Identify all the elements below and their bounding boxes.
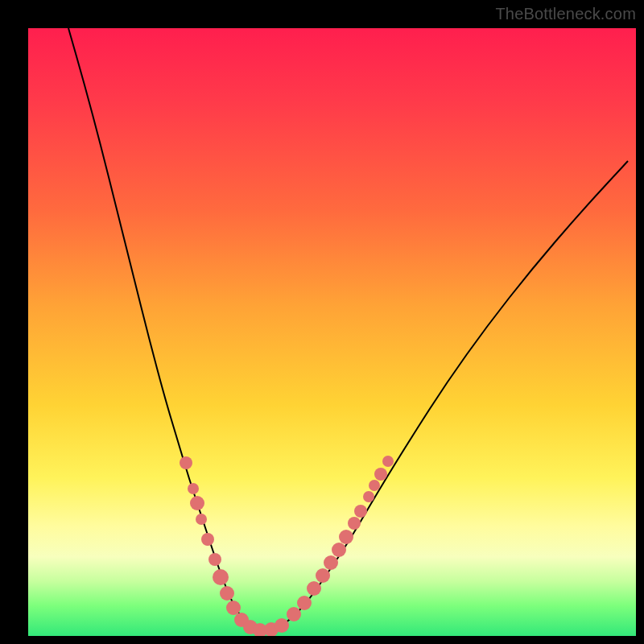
data-marker — [188, 483, 199, 494]
data-marker — [297, 596, 312, 610]
data-marker — [374, 468, 387, 481]
data-marker — [208, 553, 221, 566]
data-marker — [363, 491, 374, 502]
data-marker — [220, 586, 234, 601]
data-marker — [369, 480, 380, 491]
data-marker — [226, 601, 241, 615]
data-marker — [382, 456, 394, 467]
data-marker — [190, 496, 204, 510]
data-marker — [307, 581, 321, 596]
data-marker — [332, 543, 346, 557]
data-marker — [196, 514, 207, 525]
data-marker — [316, 568, 330, 583]
data-marker — [324, 555, 338, 570]
chart-frame: TheBottleneck.com — [0, 0, 644, 644]
data-marker — [180, 456, 192, 469]
data-marker — [354, 505, 367, 518]
data-marker — [213, 569, 229, 585]
data-marker — [275, 618, 289, 633]
watermark-label: TheBottleneck.com — [495, 5, 636, 23]
data-marker — [339, 530, 353, 544]
data-marker — [287, 607, 301, 621]
data-marker — [348, 517, 361, 530]
chart-svg — [28, 28, 636, 636]
data-marker — [201, 533, 214, 546]
plot-area — [28, 28, 636, 636]
